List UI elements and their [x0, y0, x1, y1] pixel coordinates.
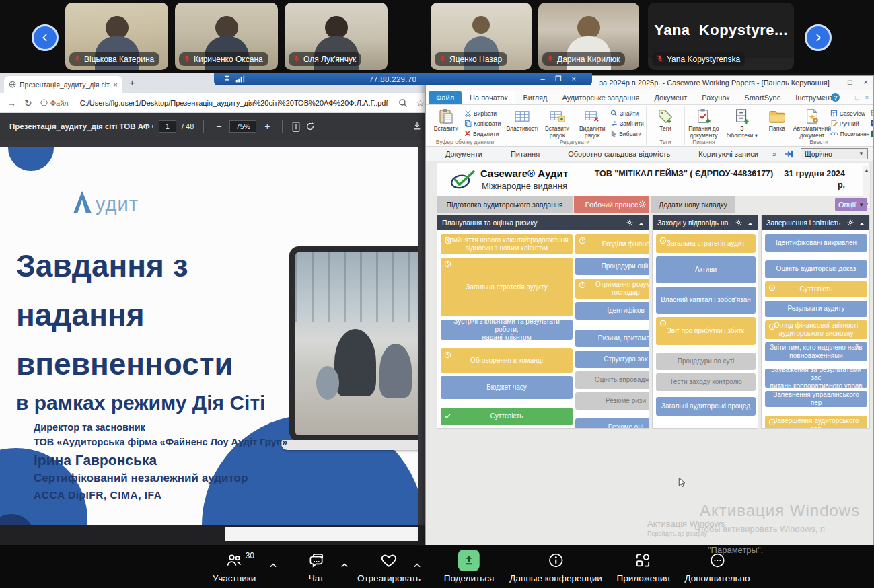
ribbon-button[interactable]: Замінити: [610, 119, 644, 128]
document-nav-tab-4[interactable]: Коригуючі записи: [684, 150, 772, 158]
ribbon-button[interactable]: Вибрати: [610, 129, 644, 139]
workflow-tab-3[interactable]: Додати нову вкладку: [651, 196, 737, 213]
workflow-card[interactable]: Структура зах: [575, 351, 649, 368]
reload-icon[interactable]: ↻: [24, 98, 32, 108]
workflow-card[interactable]: Ризики, притаман: [575, 330, 649, 347]
ribbon-button[interactable]: Теги: [649, 107, 682, 139]
workflow-card[interactable]: Отримання розумін господар: [575, 279, 649, 299]
workflow-card[interactable]: Власний капітал і зобов'язан: [656, 287, 756, 314]
toolbar-item-чат[interactable]: Чат: [307, 550, 325, 583]
collapse-ribbon-icon[interactable]: ▲: [819, 94, 825, 101]
zoom-out-button[interactable]: −: [213, 121, 224, 132]
ribbon-button[interactable]: Знайти: [610, 109, 644, 118]
workflow-card[interactable]: Прийняття нового клієнта/продовження від…: [441, 234, 573, 254]
document-nav-tab-2[interactable]: Питання: [497, 150, 554, 158]
document-nav-tab-1[interactable]: Документи: [431, 150, 497, 158]
menu-tab-1[interactable]: Файл: [429, 91, 462, 104]
close-icon[interactable]: ×: [865, 94, 869, 101]
workflow-card[interactable]: Суттєвість: [441, 408, 573, 425]
scroll-up-icon[interactable]: ▲: [865, 168, 869, 172]
chevron-up-icon[interactable]: [341, 558, 349, 571]
period-dropdown[interactable]: Щорічно ▼: [801, 148, 868, 159]
close-icon[interactable]: ×: [864, 78, 868, 86]
ribbon-button[interactable]: Видалити: [464, 129, 501, 139]
workflow-card[interactable]: Оцініть впроваджен: [575, 371, 649, 389]
workflow-card[interactable]: Тести заходу контролю: [656, 373, 756, 391]
help-icon[interactable]: ?: [831, 93, 840, 102]
scroll-participants-right-button[interactable]: [805, 24, 832, 51]
ribbon-button[interactable]: Ручний: [830, 119, 870, 128]
workflow-card[interactable]: Оцініть аудиторські доказ: [765, 260, 867, 278]
ribbon-button[interactable]: Папка: [760, 107, 794, 139]
workflow-card[interactable]: Огляд фінансової звітності аудиторського…: [765, 320, 867, 339]
ribbon-button[interactable]: Видалити рядок: [575, 107, 609, 139]
rotate-icon[interactable]: [305, 122, 315, 131]
ribbon-button[interactable]: XExcel: [871, 129, 873, 139]
ribbon-button[interactable]: WWord: [871, 119, 873, 128]
ribbon-button[interactable]: Питання до документу: [687, 107, 721, 139]
workflow-card[interactable]: Обговорення в команді: [441, 348, 573, 373]
close-icon[interactable]: ×: [572, 75, 576, 83]
ribbon-button[interactable]: Посилання: [830, 129, 870, 139]
workflow-card[interactable]: Ідентифіков: [575, 302, 649, 320]
workflow-card[interactable]: Активи: [656, 256, 756, 283]
workflow-tab-1[interactable]: Підготовка аудиторського завдання: [437, 196, 574, 213]
workflow-card[interactable]: Загальна стратегія аудит: [656, 234, 756, 253]
workflow-card[interactable]: Бюджет часу: [441, 376, 573, 399]
participant-tile[interactable]: Яценко Назар: [431, 3, 532, 70]
tab-close-icon[interactable]: ×: [114, 81, 118, 89]
collapse-icon[interactable]: [747, 221, 753, 225]
column-header[interactable]: Завершення і звітність: [762, 215, 869, 230]
search-icon[interactable]: [398, 98, 408, 108]
toolbar-item-участники[interactable]: 30Участники: [213, 550, 256, 583]
menu-tab-3[interactable]: Вигляд: [515, 91, 554, 104]
url-field[interactable]: Файл C:/Users/flg.user1/Desktop/Презента…: [40, 96, 391, 110]
ribbon-button[interactable]: Вставити рядок: [540, 107, 574, 139]
fit-page-icon[interactable]: [292, 122, 300, 132]
menu-tab-4[interactable]: Аудиторське завдання: [555, 91, 647, 104]
workflow-tab-2[interactable]: Робочий процес: [574, 196, 651, 213]
more-tabs-chevron[interactable]: »: [772, 150, 776, 158]
menu-tab-6[interactable]: Рахунок: [694, 91, 737, 104]
ribbon-button[interactable]: Копіювати: [464, 119, 501, 128]
ribbon-button[interactable]: Властивості: [505, 107, 539, 139]
pin-icon[interactable]: [223, 75, 231, 83]
ribbon-button[interactable]: Заповнювач: [871, 109, 873, 118]
toolbar-item-данные конференции[interactable]: Данные конференции: [509, 550, 602, 583]
participant-tile[interactable]: Дарина Кирилюк: [538, 3, 639, 70]
workflow-card[interactable]: Звіт про прибутки і збитк: [656, 317, 756, 345]
chevron-up-icon[interactable]: [270, 558, 277, 571]
menu-tab-5[interactable]: Документ: [647, 91, 694, 104]
menu-tab-7[interactable]: SmartSync: [737, 91, 788, 104]
collapse-icon[interactable]: [859, 221, 865, 225]
minimize-icon[interactable]: –: [832, 78, 836, 86]
minimize-icon[interactable]: –: [846, 94, 849, 101]
minimize-icon[interactable]: –: [541, 75, 545, 83]
new-tab-button[interactable]: +: [129, 77, 135, 88]
participant-tile[interactable]: Кириченко Оксана: [175, 3, 278, 70]
workflow-card[interactable]: Суттєвість: [765, 281, 867, 297]
workflow-card[interactable]: Загальні аудиторські процед: [656, 397, 756, 416]
ribbon-button[interactable]: Автоматичний документ: [795, 107, 829, 139]
workflow-card[interactable]: Зауваження за результатами зас питань ко…: [765, 369, 867, 388]
workflow-card[interactable]: Резюме оці: [575, 418, 649, 428]
workflow-card[interactable]: Резюме ризи: [575, 392, 649, 410]
workflow-card[interactable]: Запевнення управлінського пер: [765, 391, 867, 407]
pdf-viewport[interactable]: удит Завдання з надання впевненности в р…: [0, 140, 431, 545]
participant-tile[interactable]: Yana Kopystyre...Yana Kopystyrenska: [648, 3, 794, 70]
goto-icon[interactable]: [784, 150, 793, 158]
ribbon-button[interactable]: Вставити: [429, 107, 463, 139]
workflow-card[interactable]: Зустрічі з клієнтами та результати робот…: [441, 320, 573, 340]
ribbon-button[interactable]: Вирізати: [464, 109, 501, 118]
workflow-card[interactable]: Процедури по суті: [656, 353, 756, 370]
toolbar-item-поделиться[interactable]: Поделиться: [444, 550, 495, 583]
chevron-up-icon[interactable]: [414, 558, 421, 571]
gear-icon[interactable]: [626, 219, 633, 226]
zoom-in-button[interactable]: +: [262, 121, 272, 132]
download-icon[interactable]: [412, 121, 422, 132]
workflow-card[interactable]: Результати аудиту: [765, 301, 867, 317]
ribbon-button[interactable]: CaseView: [830, 109, 870, 118]
menu-tab-2[interactable]: На початок: [462, 91, 515, 104]
workflow-card[interactable]: Загальна стратегія аудиту: [441, 258, 573, 316]
zoom-level[interactable]: 75%: [229, 120, 256, 133]
